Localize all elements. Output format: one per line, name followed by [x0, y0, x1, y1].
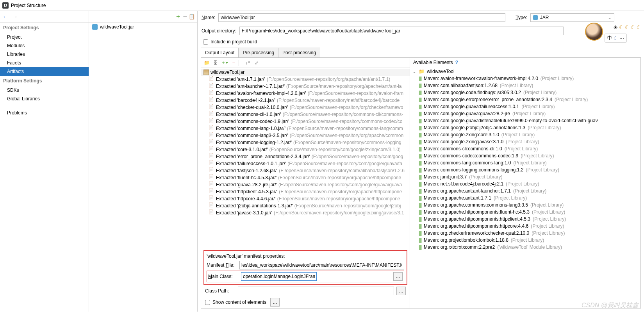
- layout-tree-row[interactable]: Extracted 'ant-launcher-1.7.1.jar/' (F:/…: [201, 83, 410, 90]
- layout-tree-row[interactable]: Extracted 'j2objc-annotations-1.3.jar/' …: [201, 202, 410, 209]
- expand-icon[interactable]: ⤢: [253, 59, 260, 67]
- layout-root[interactable]: wildwaveTool.jar: [201, 69, 410, 76]
- available-tree-row[interactable]: Maven: org.checkerframework:checker-qual…: [410, 230, 640, 237]
- layout-tree-row[interactable]: Extracted 'guava-28.2-jre.jar/' (F:/open…: [201, 181, 410, 188]
- available-tree-row[interactable]: Maven: com.google.guava:guava:28.2-jre (…: [410, 110, 640, 117]
- help-icon[interactable]: ?: [455, 60, 458, 65]
- available-tree-row[interactable]: Maven: com.google.zxing:core:3.1.0 (Proj…: [410, 131, 640, 138]
- layout-tree-row[interactable]: Extracted 'ant-1.7.1.jar/' (F:/openSourc…: [201, 76, 410, 83]
- new-folder-icon[interactable]: 📁: [203, 59, 211, 67]
- remove-artifact-icon[interactable]: −: [183, 12, 187, 21]
- sidebar-item-facets[interactable]: Facets: [0, 59, 89, 67]
- sidebar-item-modules[interactable]: Modules: [0, 41, 89, 50]
- available-tree-row[interactable]: Maven: junit:junit:3.7 (Project Library): [410, 173, 640, 180]
- layout-tree-row[interactable]: Extracted 'commons-lang3-3.5.jar/' (F:/o…: [201, 132, 410, 139]
- layout-tree-row[interactable]: Extracted 'error_prone_annotations-2.3.4…: [201, 153, 410, 160]
- main-class-browse-button[interactable]: …: [393, 272, 403, 281]
- extracted-icon: [209, 203, 214, 209]
- available-tree-row[interactable]: Maven: com.google.code.findbugs:jsr305:3…: [410, 89, 640, 96]
- available-tree-row[interactable]: Maven: com.alibaba:fastjson:1.2.68 (Proj…: [410, 82, 640, 89]
- available-tree-row[interactable]: Maven: net.sf.barcode4j:barcode4j:2.1 (P…: [410, 180, 640, 187]
- layout-tree-row[interactable]: Extracted 'fastjson-1.2.68.jar/' (F:/ope…: [201, 167, 410, 174]
- available-tree-row[interactable]: Maven: org.rxtx:rxtxcomm:2.2pre2 ('wildw…: [410, 244, 640, 251]
- layout-item-path: (F:/openSource/maven-repository/com/goog…: [278, 182, 402, 187]
- classpath-input[interactable]: [238, 287, 394, 295]
- available-item-name: Maven: org.checkerframework:checker-qual…: [424, 230, 529, 236]
- layout-tree-row[interactable]: Extracted 'commons-lang-1.0.jar/' (F:/op…: [201, 125, 410, 132]
- classpath-browse-button[interactable]: …: [396, 287, 406, 295]
- layout-root-label: wildwaveTool.jar: [211, 70, 244, 75]
- available-item-scope: (Project Library): [521, 104, 555, 109]
- available-item-name: Maven: org.projectlombok:lombok:1.18.8: [424, 237, 508, 243]
- type-select[interactable]: JAR ⌄: [530, 13, 614, 22]
- layout-tree-row[interactable]: Extracted 'avalon-framework-impl-4.2.0.j…: [201, 90, 410, 97]
- available-item-scope: (Project Library): [530, 202, 564, 208]
- new-archive-icon[interactable]: 🗄: [212, 59, 219, 67]
- available-tree-row[interactable]: Maven: commons-codec:commons-codec:1.9 (…: [410, 152, 640, 159]
- available-tree-row[interactable]: Maven: avalon-framework:avalon-framework…: [410, 75, 640, 82]
- artifact-tree-item[interactable]: wildwaveTool:jar: [89, 23, 197, 31]
- manifest-file-input[interactable]: [239, 261, 404, 269]
- available-tree-row[interactable]: Maven: org.apache.ant:ant-launcher:1.7.1…: [410, 187, 640, 194]
- available-tree-row[interactable]: Maven: com.google.j2objc:j2objc-annotati…: [410, 124, 640, 131]
- available-tree-row[interactable]: Maven: org.apache.commons:commons-lang3:…: [410, 201, 640, 209]
- available-tree-row[interactable]: Maven: commons-logging:commons-logging:1…: [410, 166, 640, 173]
- output-layout-tree[interactable]: wildwaveTool.jar Extracted 'ant-1.7.1.ja…: [201, 68, 410, 250]
- copy-artifact-icon[interactable]: 📋: [189, 14, 195, 20]
- ime-indicator[interactable]: 中 ☾ ⋯: [605, 34, 627, 43]
- name-input[interactable]: [218, 13, 505, 22]
- tab-pre-processing[interactable]: Pre-processing: [238, 48, 278, 57]
- sidebar-item-libraries[interactable]: Libraries: [0, 50, 89, 59]
- layout-tree-row[interactable]: Extracted 'barcode4j-2.1.jar/' (F:/openS…: [201, 97, 410, 104]
- tab-post-processing[interactable]: Post-processing: [278, 48, 320, 57]
- layout-tree-row[interactable]: Extracted 'checker-qual-2.10.0.jar/' (F:…: [201, 104, 410, 111]
- available-tree-row[interactable]: Maven: commons-cli:commons-cli:1.0 (Proj…: [410, 145, 640, 152]
- show-content-browse-button[interactable]: …: [270, 298, 280, 307]
- layout-tree-row[interactable]: Extracted 'commons-logging-1.2.jar/' (F:…: [201, 139, 410, 146]
- tab-output-layout[interactable]: Output Layout: [201, 48, 239, 57]
- artifact-tree-label: wildwaveTool:jar: [100, 24, 134, 30]
- layout-tree-row[interactable]: Extracted 'httpcore-4.4.6.jar/' (F:/open…: [201, 195, 410, 202]
- sidebar-item-project[interactable]: Project: [0, 33, 89, 41]
- extracted-icon: [209, 168, 214, 173]
- available-tree-row[interactable]: Maven: org.apache.httpcomponents:httpcor…: [410, 223, 640, 230]
- include-build-checkbox[interactable]: [203, 39, 208, 45]
- available-tree-row[interactable]: Maven: com.google.zxing:javase:3.1.0 (Pr…: [410, 138, 640, 145]
- layout-tree-row[interactable]: Extracted 'javase-3.1.0.jar/' (F:/openSo…: [201, 209, 410, 216]
- available-tree-row[interactable]: Maven: org.apache.httpcomponents:httpcli…: [410, 216, 640, 223]
- nav-back-icon[interactable]: ←: [2, 13, 9, 20]
- sort-icon[interactable]: ↓ᴬ: [244, 59, 252, 67]
- layout-tree-row[interactable]: Extracted 'core-3.1.0.jar/' (F:/openSour…: [201, 146, 410, 153]
- available-root[interactable]: ⌄ wildwaveTool: [410, 68, 640, 75]
- available-tree-row[interactable]: Maven: com.google.errorprone:error_prone…: [410, 96, 640, 103]
- available-tree-row[interactable]: Maven: commons-lang:commons-lang:1.0 (Pr…: [410, 159, 640, 166]
- layout-tree-row[interactable]: Extracted 'commons-cli-1.0.jar/' (F:/ope…: [201, 111, 410, 118]
- layout-tree-row[interactable]: Extracted 'failureaccess-1.0.1.jar/' (F:…: [201, 160, 410, 167]
- remove-icon[interactable]: −: [230, 59, 237, 67]
- available-item-name: Maven: com.google.guava:listenablefuture…: [424, 118, 598, 123]
- nav-forward-icon[interactable]: →: [12, 13, 18, 20]
- overlay-theme-icons: ☀ ☾ ☾ ☾ ☾: [613, 24, 642, 30]
- layout-item-name: Extracted 'guava-28.2-jre.jar/': [216, 182, 277, 187]
- available-tree-row[interactable]: Maven: com.google.guava:failureaccess:1.…: [410, 103, 640, 110]
- available-tree-row[interactable]: Maven: org.apache.ant:ant:1.7.1 (Project…: [410, 194, 640, 201]
- sidebar-item-artifacts[interactable]: Artifacts: [0, 67, 89, 76]
- layout-tree-row[interactable]: Extracted 'fluent-hc-4.5.3.jar/' (F:/ope…: [201, 174, 410, 181]
- add-artifact-icon[interactable]: ＋: [175, 12, 181, 21]
- extracted-icon: [209, 175, 214, 180]
- available-elements-tree[interactable]: ⌄ wildwaveTool Maven: avalon-framework:a…: [410, 67, 640, 308]
- sidebar-item-global-libraries[interactable]: Global Libraries: [0, 94, 89, 103]
- main-class-input[interactable]: [241, 272, 317, 281]
- sidebar-item-problems[interactable]: Problems: [0, 109, 89, 117]
- layout-tree-row[interactable]: Extracted 'commons-codec-1.9.jar/' (F:/o…: [201, 118, 410, 125]
- layout-tree-row[interactable]: Extracted 'httpclient-4.5.3.jar/' (F:/op…: [201, 188, 410, 195]
- sidebar-item-sdks[interactable]: SDKs: [0, 86, 89, 94]
- add-copy-icon[interactable]: ＋▾: [221, 59, 228, 67]
- show-content-checkbox[interactable]: [205, 300, 210, 305]
- available-tree-row[interactable]: Maven: org.apache.httpcomponents:fluent-…: [410, 209, 640, 216]
- available-tree-row[interactable]: Maven: com.google.guava:listenablefuture…: [410, 117, 640, 124]
- library-icon: [419, 237, 421, 243]
- outdir-input[interactable]: [239, 27, 564, 35]
- available-item-name: Maven: com.google.zxing:javase:3.1.0: [424, 139, 503, 144]
- available-tree-row[interactable]: Maven: org.projectlombok:lombok:1.18.8 (…: [410, 237, 640, 244]
